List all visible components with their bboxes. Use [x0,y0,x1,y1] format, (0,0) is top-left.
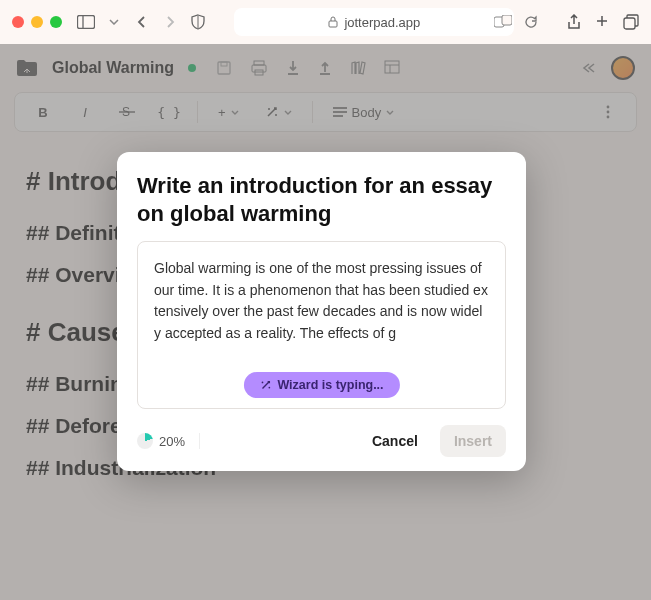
browser-chrome: jotterpad.app [0,0,651,44]
reload-icon[interactable] [521,15,541,29]
ai-wizard-modal: Write an introduction for an essay on gl… [117,152,526,471]
typing-indicator: Wizard is typing... [243,372,399,398]
cancel-button[interactable]: Cancel [358,425,432,457]
tabs-icon[interactable] [623,14,639,30]
svg-rect-6 [624,18,635,29]
url-bar[interactable]: jotterpad.app [234,8,514,36]
generated-text-box: Global warming is one of the most pressi… [137,241,506,409]
back-icon[interactable] [132,15,152,29]
sidebar-toggle-icon[interactable] [76,15,96,29]
chevron-down-icon[interactable] [104,19,124,25]
minimize-window-icon[interactable] [31,16,43,28]
url-text: jotterpad.app [344,15,420,30]
svg-rect-0 [78,16,95,29]
progress-indicator: 20% [137,433,200,449]
shield-icon[interactable] [188,14,208,30]
maximize-window-icon[interactable] [50,16,62,28]
window-controls [12,16,62,28]
modal-title: Write an introduction for an essay on gl… [137,172,506,227]
forward-icon[interactable] [160,15,180,29]
progress-pie-icon [137,433,153,449]
translate-icon[interactable] [493,15,513,29]
insert-button[interactable]: Insert [440,425,506,457]
close-window-icon[interactable] [12,16,24,28]
svg-rect-3 [329,21,337,27]
svg-point-25 [261,382,263,384]
svg-rect-5 [502,15,512,25]
svg-point-26 [268,387,270,389]
share-icon[interactable] [567,14,581,30]
new-tab-icon[interactable] [595,14,609,30]
lock-icon [328,16,338,28]
generated-text: Global warming is one of the most pressi… [154,258,489,345]
